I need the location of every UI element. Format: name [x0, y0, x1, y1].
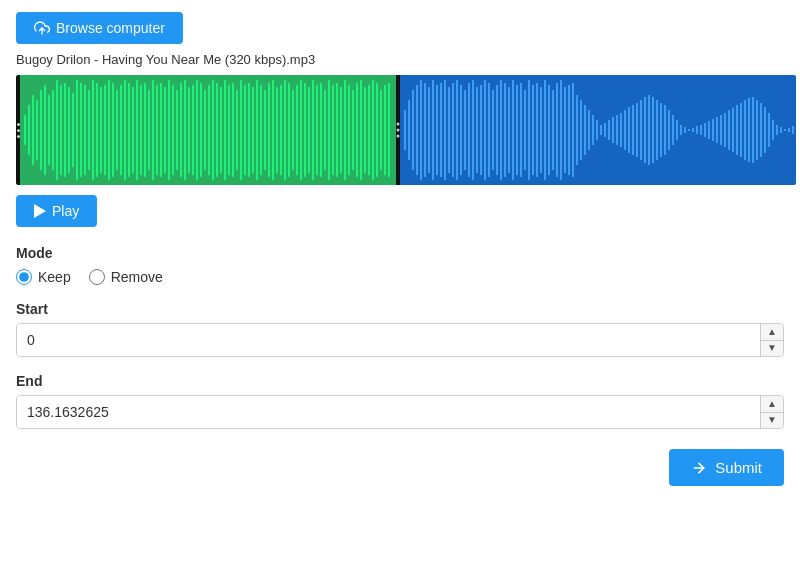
svg-rect-153: [636, 103, 638, 157]
end-input[interactable]: [17, 396, 760, 428]
svg-rect-136: [568, 85, 570, 175]
svg-rect-24: [112, 83, 114, 177]
svg-rect-191: [788, 128, 790, 132]
svg-rect-53: [228, 85, 230, 175]
svg-rect-104: [440, 83, 442, 177]
svg-rect-192: [792, 126, 794, 134]
start-decrement-button[interactable]: ▼: [761, 341, 783, 357]
svg-rect-68: [288, 83, 290, 177]
mode-section: Mode Keep Remove: [16, 245, 784, 285]
mode-keep-radio[interactable]: [16, 269, 32, 285]
svg-rect-179: [740, 103, 742, 157]
svg-rect-135: [564, 87, 566, 173]
browse-computer-button[interactable]: Browse computer: [16, 12, 183, 44]
svg-rect-100: [424, 83, 426, 177]
svg-rect-166: [688, 129, 690, 131]
svg-rect-59: [252, 87, 254, 173]
svg-rect-96: [408, 100, 410, 160]
svg-rect-120: [504, 83, 506, 177]
svg-rect-178: [736, 105, 738, 155]
svg-rect-183: [756, 100, 758, 160]
svg-rect-77: [324, 90, 326, 170]
svg-rect-47: [204, 90, 206, 170]
svg-rect-93: [388, 83, 390, 177]
svg-rect-21: [100, 87, 102, 173]
svg-rect-85: [356, 83, 358, 177]
svg-rect-175: [724, 113, 726, 147]
file-name: Bugoy Drilon - Having You Near Me (320 k…: [16, 52, 784, 67]
svg-rect-29: [132, 87, 134, 173]
svg-rect-152: [632, 105, 634, 155]
svg-rect-190: [784, 129, 786, 131]
svg-rect-187: [772, 120, 774, 140]
svg-rect-84: [352, 90, 354, 170]
svg-rect-46: [200, 83, 202, 177]
start-spinner: ▲ ▼: [760, 324, 783, 356]
end-increment-button[interactable]: ▲: [761, 396, 783, 413]
svg-rect-52: [224, 80, 226, 180]
mode-remove-radio[interactable]: [89, 269, 105, 285]
svg-rect-148: [616, 115, 618, 145]
svg-rect-28: [128, 83, 130, 177]
svg-rect-158: [656, 100, 658, 160]
svg-rect-82: [344, 80, 346, 180]
end-input-wrapper: ▲ ▼: [16, 395, 784, 429]
mode-keep-label[interactable]: Keep: [38, 269, 71, 285]
svg-rect-11: [60, 85, 62, 175]
svg-rect-132: [552, 90, 554, 170]
mode-remove-label[interactable]: Remove: [111, 269, 163, 285]
svg-rect-159: [660, 103, 662, 157]
svg-rect-55: [236, 90, 238, 170]
mode-keep-item[interactable]: Keep: [16, 269, 71, 285]
svg-rect-42: [184, 80, 186, 180]
mode-remove-item[interactable]: Remove: [89, 269, 163, 285]
svg-rect-88: [368, 85, 370, 175]
svg-rect-164: [680, 125, 682, 135]
svg-rect-79: [332, 85, 334, 175]
svg-rect-14: [72, 93, 74, 167]
start-increment-button[interactable]: ▲: [761, 324, 783, 341]
svg-rect-115: [484, 80, 486, 180]
svg-rect-89: [372, 80, 374, 180]
end-field-section: End ▲ ▼: [16, 373, 784, 429]
play-button[interactable]: Play: [16, 195, 97, 227]
svg-rect-122: [512, 80, 514, 180]
left-handle[interactable]: [16, 75, 20, 185]
svg-rect-144: [600, 125, 602, 135]
svg-rect-102: [432, 80, 434, 180]
svg-rect-69: [292, 90, 294, 170]
start-input-wrapper: ▲ ▼: [16, 323, 784, 357]
submit-button[interactable]: Submit: [669, 449, 784, 486]
end-decrement-button[interactable]: ▼: [761, 413, 783, 429]
svg-rect-60: [256, 80, 258, 180]
svg-rect-116: [488, 83, 490, 177]
svg-rect-51: [220, 87, 222, 173]
waveform-right-section: [400, 75, 796, 185]
svg-rect-80: [336, 83, 338, 177]
svg-rect-139: [580, 100, 582, 160]
svg-rect-92: [384, 85, 386, 175]
svg-rect-99: [420, 80, 422, 180]
svg-rect-20: [96, 83, 98, 177]
waveform-left-section[interactable]: [16, 75, 396, 185]
svg-rect-155: [644, 97, 646, 163]
svg-rect-97: [412, 90, 414, 170]
svg-rect-121: [508, 87, 510, 173]
svg-rect-180: [744, 100, 746, 160]
svg-rect-27: [124, 80, 126, 180]
svg-rect-170: [704, 123, 706, 137]
svg-rect-30: [136, 80, 138, 180]
svg-rect-162: [672, 115, 674, 145]
svg-rect-167: [692, 128, 694, 132]
svg-rect-90: [376, 83, 378, 177]
svg-rect-123: [516, 85, 518, 175]
svg-rect-143: [596, 120, 598, 140]
svg-rect-161: [668, 110, 670, 150]
svg-rect-25: [116, 90, 118, 170]
svg-rect-169: [700, 125, 702, 135]
svg-rect-128: [536, 83, 538, 177]
svg-rect-145: [604, 123, 606, 137]
start-input[interactable]: [17, 324, 760, 356]
svg-rect-87: [364, 87, 366, 173]
waveform-divider[interactable]: [396, 75, 400, 185]
